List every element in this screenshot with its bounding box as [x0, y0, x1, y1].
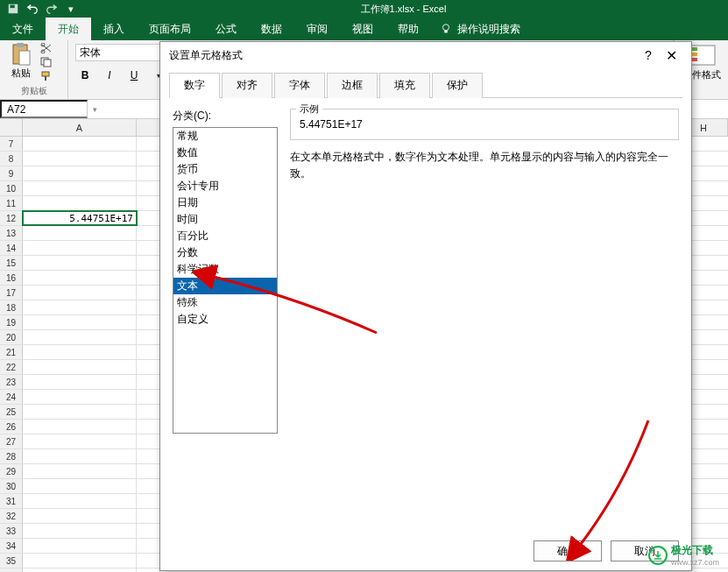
row-header[interactable]: 29 — [0, 464, 23, 478]
row-header[interactable]: 14 — [0, 241, 23, 255]
cell[interactable] — [23, 166, 137, 180]
ok-button[interactable]: 确定 — [534, 540, 602, 561]
row-header[interactable]: 26 — [0, 420, 23, 434]
cell[interactable] — [23, 405, 137, 419]
cell[interactable] — [23, 300, 137, 314]
cell[interactable] — [23, 256, 137, 270]
category-item[interactable]: 时间 — [173, 211, 277, 228]
cut-icon[interactable] — [40, 42, 61, 54]
row-header[interactable]: 34 — [0, 539, 23, 553]
category-item[interactable]: 特殊 — [173, 294, 277, 311]
font-name-input[interactable] — [75, 44, 163, 61]
dialog-help-icon[interactable]: ? — [637, 48, 660, 62]
cell[interactable] — [23, 390, 137, 404]
tab-file[interactable]: 文件 — [0, 18, 46, 40]
cell[interactable] — [23, 539, 137, 553]
tab-page-layout[interactable]: 页面布局 — [137, 18, 203, 40]
copy-icon[interactable] — [40, 56, 61, 68]
cell[interactable] — [23, 330, 137, 344]
row-header[interactable]: 24 — [0, 390, 23, 404]
dialog-close-icon[interactable]: ✕ — [660, 47, 682, 64]
dialog-tab-fill[interactable]: 填充 — [379, 73, 430, 98]
row-header[interactable]: 31 — [0, 494, 23, 508]
cell[interactable] — [23, 315, 137, 329]
row-header[interactable]: 22 — [0, 360, 23, 374]
cell[interactable] — [23, 345, 137, 359]
row-header[interactable]: 11 — [0, 196, 23, 210]
row-header[interactable]: 15 — [0, 256, 23, 270]
row-header[interactable]: 10 — [0, 181, 23, 195]
category-item[interactable]: 日期 — [173, 194, 277, 211]
tab-view[interactable]: 视图 — [340, 18, 385, 40]
row-header[interactable]: 12 — [0, 211, 23, 225]
row-header[interactable]: 18 — [0, 300, 23, 314]
cell[interactable] — [23, 509, 137, 523]
bold-button[interactable]: B — [75, 67, 95, 84]
cell[interactable] — [23, 420, 137, 434]
row-header[interactable]: 32 — [0, 509, 23, 523]
category-item[interactable]: 货币 — [173, 161, 277, 178]
cell[interactable] — [23, 286, 137, 300]
underline-button[interactable]: U — [124, 67, 144, 84]
dialog-tab-border[interactable]: 边框 — [327, 73, 378, 98]
tab-formulas[interactable]: 公式 — [203, 18, 249, 40]
row-header[interactable]: 17 — [0, 286, 23, 300]
tab-help[interactable]: 帮助 — [385, 18, 431, 40]
dialog-tab-alignment[interactable]: 对齐 — [222, 73, 272, 98]
cell[interactable] — [23, 181, 137, 195]
cell[interactable] — [23, 568, 137, 572]
row-header[interactable]: 8 — [0, 152, 23, 166]
tab-insert[interactable]: 插入 — [91, 18, 137, 40]
tab-data[interactable]: 数据 — [249, 18, 294, 40]
tab-home[interactable]: 开始 — [46, 18, 91, 40]
paste-button[interactable]: 粘贴 — [5, 42, 37, 82]
row-header[interactable]: 33 — [0, 524, 23, 538]
category-item[interactable]: 自定义 — [173, 311, 277, 328]
redo-icon[interactable] — [44, 1, 60, 17]
save-icon[interactable] — [5, 1, 21, 17]
name-box[interactable] — [0, 100, 88, 118]
dialog-tab-number[interactable]: 数字 — [169, 73, 220, 98]
row-header[interactable]: 16 — [0, 271, 23, 285]
format-painter-icon[interactable] — [40, 70, 61, 82]
cell[interactable] — [23, 271, 137, 285]
cell[interactable] — [23, 524, 137, 538]
cell[interactable] — [23, 152, 137, 166]
cell[interactable] — [23, 241, 137, 255]
cell[interactable] — [23, 449, 137, 463]
category-item[interactable]: 数值 — [173, 145, 277, 161]
dialog-tab-font[interactable]: 字体 — [274, 73, 325, 98]
row-header[interactable]: 25 — [0, 405, 23, 419]
cell[interactable] — [23, 196, 137, 210]
cell[interactable] — [23, 137, 137, 151]
row-header[interactable]: 7 — [0, 137, 23, 151]
category-item[interactable]: 百分比 — [173, 228, 277, 244]
cell[interactable] — [23, 226, 137, 240]
cell[interactable] — [23, 494, 137, 508]
italic-button[interactable]: I — [100, 67, 119, 84]
dialog-tab-protection[interactable]: 保护 — [432, 73, 483, 98]
row-header[interactable]: 20 — [0, 330, 23, 344]
col-header-a[interactable]: A — [23, 119, 137, 136]
category-item[interactable]: 科学记数 — [173, 261, 277, 278]
row-header[interactable]: 9 — [0, 166, 23, 180]
cell[interactable] — [23, 434, 137, 448]
row-header[interactable]: 13 — [0, 226, 23, 240]
cell[interactable] — [23, 375, 137, 389]
tell-me-search[interactable]: 操作说明搜索 — [431, 18, 529, 40]
row-header[interactable]: 35 — [0, 554, 23, 568]
category-item[interactable]: 分数 — [173, 244, 277, 261]
row-header[interactable]: 19 — [0, 315, 23, 329]
row-header[interactable]: 21 — [0, 345, 23, 359]
qat-customize-icon[interactable]: ▾ — [63, 1, 79, 17]
category-item[interactable]: 文本 — [173, 278, 277, 294]
fx-dropdown-icon[interactable]: ▾ — [93, 105, 97, 114]
undo-icon[interactable] — [25, 1, 40, 17]
category-item[interactable]: 常规 — [173, 128, 277, 145]
row-header[interactable]: 36 — [0, 568, 23, 572]
cell[interactable] — [23, 479, 137, 493]
row-header[interactable]: 28 — [0, 449, 23, 463]
cell[interactable]: 5.44751E+17 — [23, 211, 137, 225]
cell[interactable] — [23, 464, 137, 478]
category-listbox[interactable]: 常规数值货币会计专用日期时间百分比分数科学记数文本特殊自定义 — [173, 127, 278, 434]
